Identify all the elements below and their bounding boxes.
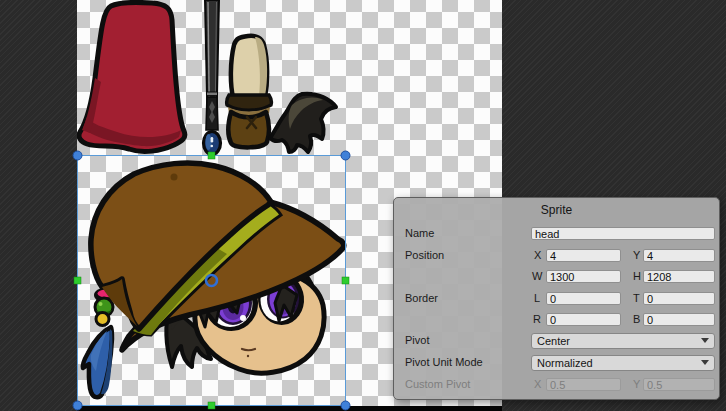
h-prefix: H <box>633 270 641 283</box>
position-x-input[interactable] <box>546 249 621 262</box>
bead-yellow <box>96 313 109 326</box>
boot-sprite[interactable] <box>227 36 272 148</box>
pivot-dropdown-value: Center <box>537 335 570 347</box>
custom-pivot-x-input <box>546 378 621 391</box>
pivot-label: Pivot <box>405 334 429 347</box>
fez-hat-sprite[interactable] <box>79 2 185 151</box>
dropdown-arrow-icon <box>701 360 709 365</box>
border-label: Border <box>405 292 438 305</box>
sprite-editor-canvas: Sprite Name Position X Y W H Border L T … <box>0 0 726 411</box>
x-prefix: X <box>534 249 541 262</box>
w-prefix: W <box>532 270 542 283</box>
border-b-input[interactable] <box>643 313 715 326</box>
dropdown-arrow-icon <box>701 338 709 343</box>
head-sprite[interactable] <box>83 163 344 397</box>
l-prefix: L <box>534 292 540 305</box>
pivot-unit-mode-dropdown[interactable]: Normalized <box>531 355 715 371</box>
name-input[interactable] <box>531 227 715 240</box>
y-prefix: Y <box>633 249 640 262</box>
pivot-unit-mode-label: Pivot Unit Mode <box>405 356 483 369</box>
r-prefix: R <box>533 313 541 326</box>
pivot-unit-mode-value: Normalized <box>537 357 593 369</box>
height-input[interactable] <box>643 270 715 283</box>
border-t-input[interactable] <box>643 292 715 305</box>
staff-sprite[interactable] <box>204 0 221 155</box>
border-r-input[interactable] <box>546 313 621 326</box>
custom-y-prefix: Y <box>633 378 640 391</box>
position-y-input[interactable] <box>643 249 715 262</box>
name-label: Name <box>405 227 434 240</box>
b-prefix: B <box>633 313 640 326</box>
border-l-input[interactable] <box>546 292 621 305</box>
width-input[interactable] <box>546 270 621 283</box>
position-label: Position <box>405 249 444 262</box>
panel-title: Sprite <box>394 203 719 217</box>
custom-x-prefix: X <box>534 378 541 391</box>
pivot-dropdown[interactable]: Center <box>531 333 715 349</box>
wing-sprite[interactable] <box>270 94 336 152</box>
t-prefix: T <box>633 292 640 305</box>
sprite-inspector-panel: Sprite Name Position X Y W H Border L T … <box>393 197 720 400</box>
custom-pivot-label: Custom Pivot <box>405 378 470 391</box>
custom-pivot-y-input <box>643 378 715 391</box>
texture-bottom-edge <box>77 406 502 411</box>
